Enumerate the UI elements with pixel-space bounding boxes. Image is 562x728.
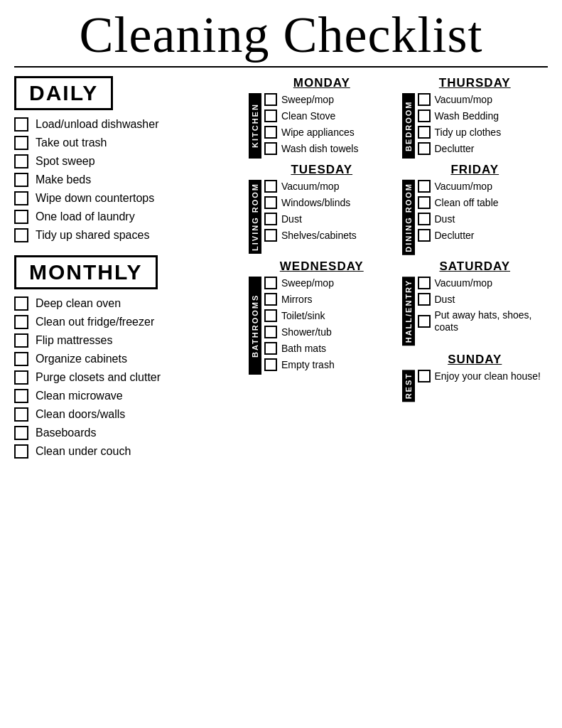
checkbox[interactable] xyxy=(264,342,277,355)
checkbox[interactable] xyxy=(264,180,277,193)
checkbox[interactable] xyxy=(14,315,28,329)
monthly-title: MONTHLY xyxy=(29,260,143,284)
saturday-inner: HALL/ENTRY Vacuum/mop Dust Put away hats… xyxy=(402,277,549,346)
item-label: Put away hats, shoes, coats xyxy=(435,309,549,333)
checkbox[interactable] xyxy=(418,315,431,328)
checkbox[interactable] xyxy=(14,228,28,242)
item-label: Vacuum/mop xyxy=(435,94,492,106)
checkbox[interactable] xyxy=(14,370,28,385)
checkbox[interactable] xyxy=(14,210,28,224)
checkbox[interactable] xyxy=(264,213,277,225)
list-item: Wipe down countertops xyxy=(14,191,242,205)
checkbox[interactable] xyxy=(14,191,28,205)
item-label: Load/unload dishwasher xyxy=(36,118,158,131)
item-label: Bath mats xyxy=(281,343,326,355)
checkbox[interactable] xyxy=(264,326,277,338)
item-label: Toilet/sink xyxy=(281,310,325,322)
saturday-block: SATURDAY HALL/ENTRY Vacuum/mop Dust Put … xyxy=(402,259,549,346)
sat-sun-block: SATURDAY HALL/ENTRY Vacuum/mop Dust Put … xyxy=(402,259,549,402)
list-item: Dust xyxy=(418,213,549,225)
item-label: Deep clean oven xyxy=(36,297,121,310)
thursday-block: THURSDAY BEDROOM Vacuum/mop Wash Bedding… xyxy=(402,76,549,159)
main-layout: DAILY Load/unload dishwasher Take out tr… xyxy=(14,76,548,471)
page-title: Cleaning Checklist xyxy=(14,7,548,63)
friday-title: FRIDAY xyxy=(402,163,549,177)
item-label: Purge closets and clutter xyxy=(36,371,161,384)
tuesday-inner: LIVING ROOM Vacuum/mop Windows/blinds Du… xyxy=(249,180,395,254)
list-item: Sweep/mop xyxy=(264,93,395,106)
list-item: Declutter xyxy=(418,142,549,155)
list-item: Vacuum/mop xyxy=(418,180,549,193)
checkbox[interactable] xyxy=(14,154,28,168)
checkbox[interactable] xyxy=(14,117,28,132)
checkbox[interactable] xyxy=(264,358,277,371)
sunday-items: Enjoy your clean house! xyxy=(418,370,549,402)
checkbox[interactable] xyxy=(264,109,277,122)
list-item: Vacuum/mop xyxy=(418,277,549,289)
item-label: Vacuum/mop xyxy=(435,181,492,193)
list-item: Shower/tub xyxy=(264,326,395,338)
checkbox[interactable] xyxy=(264,196,277,209)
checkbox[interactable] xyxy=(418,126,431,139)
checkbox[interactable] xyxy=(14,444,28,459)
list-item: Tidy up clothes xyxy=(418,126,549,139)
checkbox[interactable] xyxy=(14,136,28,150)
title-divider xyxy=(14,66,548,68)
hall-entry-label: HALL/ENTRY xyxy=(402,277,415,346)
checkbox[interactable] xyxy=(14,389,28,403)
checkbox[interactable] xyxy=(418,229,431,242)
item-label: Wash dish towels xyxy=(281,143,358,155)
monday-title: MONDAY xyxy=(249,76,395,90)
item-label: Mirrors xyxy=(281,294,313,306)
list-item: Clean microwave xyxy=(14,389,242,403)
item-label: Clean under couch xyxy=(36,445,131,458)
list-item: Wash Bedding xyxy=(418,109,549,122)
checkbox[interactable] xyxy=(264,229,277,242)
friday-inner: DINING ROOM Vacuum/mop Clean off table D… xyxy=(402,180,549,255)
list-item: Make beds xyxy=(14,173,242,187)
checkbox[interactable] xyxy=(418,180,431,193)
list-item: Bath mats xyxy=(264,342,395,355)
checkbox[interactable] xyxy=(14,352,28,366)
item-label: Wipe down countertops xyxy=(36,192,154,205)
dining-room-label: DINING ROOM xyxy=(402,180,415,255)
list-item: Dust xyxy=(418,293,549,306)
item-label: Clean Stove xyxy=(281,110,335,122)
friday-block: FRIDAY DINING ROOM Vacuum/mop Clean off … xyxy=(402,163,549,255)
item-label: Organize cabinets xyxy=(36,353,127,365)
item-label: Shower/tub xyxy=(281,326,332,338)
monday-inner: KITCHEN Sweep/mop Clean Stove Wipe appli… xyxy=(249,93,395,159)
checkbox[interactable] xyxy=(418,277,431,289)
checkbox[interactable] xyxy=(418,142,431,155)
checkbox[interactable] xyxy=(418,213,431,225)
bedroom-label: BEDROOM xyxy=(402,93,415,159)
wednesday-inner: BATHROOMS Sweep/mop Mirrors Toilet/sink … xyxy=(249,277,395,375)
checkbox[interactable] xyxy=(418,370,431,382)
item-label: Clean doors/walls xyxy=(36,408,125,421)
list-item: Vacuum/mop xyxy=(418,93,549,106)
checkbox[interactable] xyxy=(14,426,28,440)
row-mon-thu: MONDAY KITCHEN Sweep/mop Clean Stove Wip… xyxy=(249,76,548,159)
checkbox[interactable] xyxy=(264,93,277,106)
checkbox[interactable] xyxy=(418,93,431,106)
checkbox[interactable] xyxy=(418,196,431,209)
kitchen-label: KITCHEN xyxy=(249,93,261,159)
list-item: Purge closets and clutter xyxy=(14,370,242,385)
list-item: Flip mattresses xyxy=(14,333,242,348)
checkbox[interactable] xyxy=(264,309,277,322)
living-room-label: LIVING ROOM xyxy=(249,180,261,254)
list-item: Wipe appliances xyxy=(264,126,395,139)
checkbox[interactable] xyxy=(264,142,277,155)
item-label: Vacuum/mop xyxy=(281,181,339,193)
checkbox[interactable] xyxy=(264,126,277,139)
checkbox[interactable] xyxy=(14,333,28,348)
checkbox[interactable] xyxy=(418,293,431,306)
checkbox[interactable] xyxy=(264,293,277,306)
item-label: Clean out fridge/freezer xyxy=(36,316,154,328)
checkbox[interactable] xyxy=(418,109,431,122)
checkbox[interactable] xyxy=(14,173,28,187)
checkbox[interactable] xyxy=(14,296,28,311)
checkbox[interactable] xyxy=(264,277,277,289)
checkbox[interactable] xyxy=(14,407,28,422)
list-item: Take out trash xyxy=(14,136,242,150)
